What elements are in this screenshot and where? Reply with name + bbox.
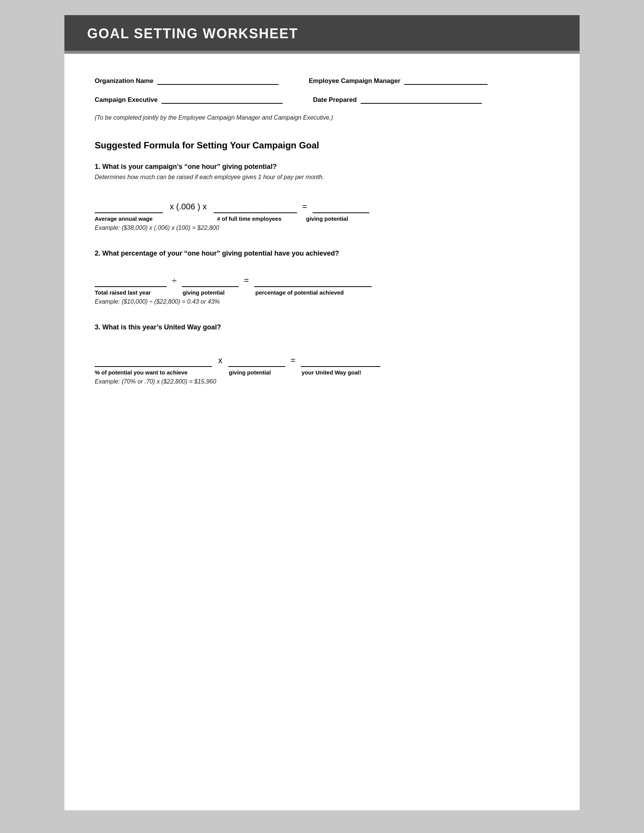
ecm-input[interactable] — [404, 77, 488, 85]
header-accent — [64, 51, 580, 54]
q3-example: Example: (70% or .70) x ($22,800) = $15,… — [95, 378, 549, 385]
q1-heading: 1. What is your campaign’s “one hour” gi… — [95, 163, 549, 171]
q2-line1[interactable] — [95, 279, 167, 287]
q1-label1: Average annual wage — [95, 215, 153, 222]
question-1-block: 1. What is your campaign’s “one hour” gi… — [95, 163, 549, 232]
q1-line3[interactable] — [312, 205, 369, 213]
q3-line1[interactable] — [95, 359, 212, 367]
q3-heading: 3. What is this year’s United Way goal? — [95, 323, 549, 331]
campaign-exec-label: Campaign Executive — [95, 96, 158, 104]
org-name-label: Organization Name — [95, 77, 153, 85]
page-title: GOAL SETTING WORKSHEET — [87, 26, 557, 42]
form-note: (To be completed jointly by the Employee… — [95, 114, 549, 121]
question-3-block: 3. What is this year’s United Way goal? … — [95, 323, 549, 385]
header: GOAL SETTING WORKSHEET — [64, 15, 580, 51]
q3-line3[interactable] — [301, 359, 380, 367]
q2-label2: giving potential — [183, 289, 225, 296]
q2-operator1: ÷ — [172, 276, 177, 286]
content: Organization Name Employee Campaign Mana… — [64, 54, 580, 426]
q3-operator2: = — [291, 355, 295, 366]
q3-line2[interactable] — [229, 359, 285, 367]
q1-example: Example: ($38,000) x (.006) x (100) = $2… — [95, 225, 549, 232]
date-prepared-label: Date Prepared — [313, 96, 356, 104]
campaign-exec-field: Campaign Executive — [95, 95, 283, 104]
q1-subtext: Determines how much can be raised if eac… — [95, 174, 549, 181]
q1-operator2: = — [302, 202, 307, 212]
page: GOAL SETTING WORKSHEET Organization Name… — [64, 15, 580, 810]
q2-label3: percentage of potential achieved — [255, 289, 344, 296]
date-prepared-input[interactable] — [361, 95, 482, 104]
form-row-2: Campaign Executive Date Prepared — [95, 95, 549, 104]
q3-label2: giving potential — [229, 369, 271, 376]
q1-label2: # of full time employees — [217, 215, 282, 222]
date-prepared-field: Date Prepared — [313, 95, 481, 104]
q1-line1[interactable] — [95, 205, 163, 213]
org-name-input[interactable] — [157, 77, 279, 85]
q1-operator1: x (.006 ) x — [170, 202, 207, 212]
q1-line2[interactable] — [214, 205, 297, 213]
q1-label3: giving potential — [306, 215, 348, 222]
q3-operator1: x — [218, 355, 222, 366]
section-title: Suggested Formula for Setting Your Campa… — [95, 140, 549, 151]
ecm-label: Employee Campaign Manager — [309, 77, 401, 85]
campaign-exec-input[interactable] — [161, 95, 283, 104]
q3-label1: % of potential you want to achieve — [95, 369, 188, 376]
q2-label1: Total raised last year — [95, 289, 151, 296]
question-2-block: 2. What percentage of your “one hour” gi… — [95, 249, 549, 305]
form-row-1: Organization Name Employee Campaign Mana… — [95, 77, 549, 85]
q2-line2[interactable] — [182, 279, 239, 287]
form-fields: Organization Name Employee Campaign Mana… — [95, 77, 549, 104]
ecm-field: Employee Campaign Manager — [309, 77, 488, 85]
q3-label3: your United Way goal! — [301, 369, 361, 376]
q2-operator2: = — [244, 276, 249, 286]
q2-example: Example: ($10,000) ÷ ($22,800) = 0.43 or… — [95, 298, 549, 305]
q2-heading: 2. What percentage of your “one hour” gi… — [95, 249, 549, 257]
q2-line3[interactable] — [254, 279, 372, 287]
org-name-field: Organization Name — [95, 77, 279, 85]
